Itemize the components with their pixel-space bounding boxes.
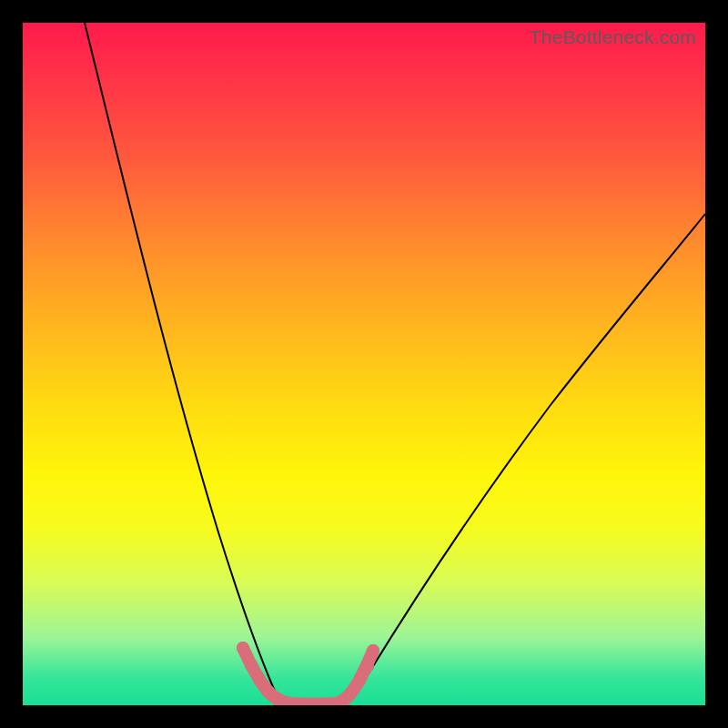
curve-plot: [23, 23, 705, 705]
highlight-dot: [344, 687, 357, 700]
highlight-dot: [262, 685, 275, 698]
highlight-dot: [237, 642, 249, 654]
chart-canvas: TheBottleneck.com: [23, 23, 705, 705]
highlight-dot: [253, 673, 266, 686]
highlight-dot: [361, 660, 374, 672]
highlight-dot: [353, 674, 366, 687]
highlight-dot: [367, 644, 379, 657]
highlight-dot: [245, 659, 258, 672]
left-branch-curve: [85, 23, 296, 704]
right-branch-curve: [332, 214, 705, 704]
